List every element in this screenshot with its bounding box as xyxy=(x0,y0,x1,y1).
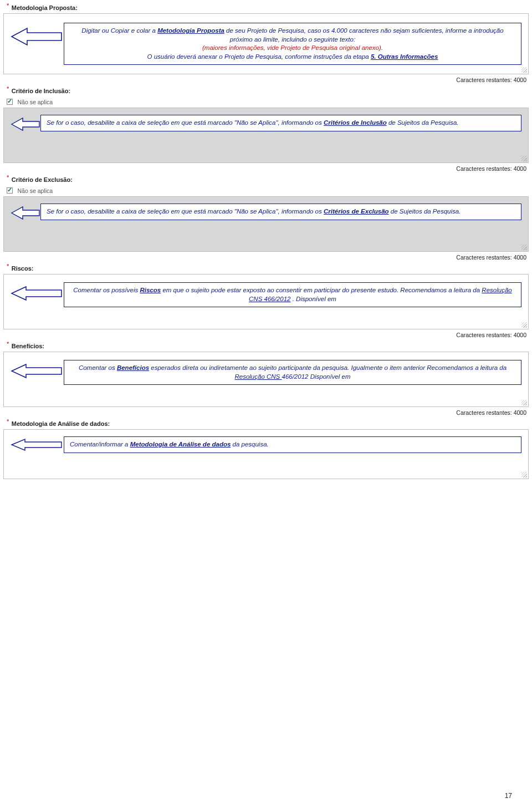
field-label-row: * Benefícios: xyxy=(7,340,529,350)
char-counter: Caracteres restantes: 4000 xyxy=(3,165,526,172)
field-label-row: * Riscos: xyxy=(7,263,529,273)
resize-grip-icon xyxy=(521,156,527,161)
note-text: . Disponível em xyxy=(293,296,336,302)
field-label-row: * Metodologia Proposta: xyxy=(7,2,529,12)
char-counter: Caracteres restantes: 4000 xyxy=(3,77,526,83)
label-metodologia-analise: Metodologia de Análise de dados: xyxy=(12,420,110,427)
callout-riscos: Comentar os possíveis Riscos em que o su… xyxy=(11,282,521,307)
svg-marker-2 xyxy=(12,207,39,219)
note-text-underline: Riscos xyxy=(140,287,161,293)
note-box: Comentar os possíveis Riscos em que o su… xyxy=(64,282,521,307)
arrow-left-icon xyxy=(11,115,40,134)
checkbox-label: Não se aplica xyxy=(17,187,53,194)
note-text-underline: Benefícios xyxy=(117,364,149,371)
section-criterio-inclusao: * Critério de Inclusão: Não se aplica Se… xyxy=(3,85,529,172)
note-text: da pesquisa. xyxy=(233,441,269,448)
note-text: em que o sujeito pode estar exposto ao c… xyxy=(162,287,482,293)
note-box: Digitar ou Copiar e colar a Metodologia … xyxy=(64,23,521,65)
section-riscos: * Riscos: Comentar os possíveis Riscos e… xyxy=(3,263,529,338)
label-criterio-inclusao: Critério de Inclusão: xyxy=(12,88,70,94)
label-criterio-exclusao: Critério de Exclusão: xyxy=(12,176,73,183)
note-box: Comentar os Benefícios esperados direta … xyxy=(64,360,521,385)
textarea-metodologia-analise[interactable]: Comentar/informar a Metodologia de Análi… xyxy=(3,429,529,479)
resize-grip-icon[interactable] xyxy=(521,322,527,328)
textarea-metodologia-proposta[interactable]: Digitar ou Copiar e colar a Metodologia … xyxy=(3,13,529,74)
section-metodologia-analise: * Metodologia de Análise de dados: Comen… xyxy=(3,418,529,479)
note-box: Se for o caso, desabilite a caixa de sel… xyxy=(40,115,521,131)
checkbox-nao-se-aplica-inclusao[interactable] xyxy=(7,99,13,105)
char-counter: Caracteres restantes: 4000 xyxy=(3,332,526,338)
note-text-underline: Metodologia Proposta xyxy=(157,27,224,34)
note-text-underline: 5. Outras Informações xyxy=(371,53,438,60)
note-text-underline: Critérios de Exclusão xyxy=(324,208,389,215)
callout-metodologia-proposta: Digitar ou Copiar e colar a Metodologia … xyxy=(11,23,521,65)
section-metodologia-proposta: * Metodologia Proposta: Digitar ou Copia… xyxy=(3,2,529,83)
note-text: O usuário deverá anexar o Projeto de Pes… xyxy=(147,53,371,60)
note-box: Se for o caso, desabilite a caixa de sel… xyxy=(40,204,521,220)
textarea-beneficios[interactable]: Comentar os Benefícios esperados direta … xyxy=(3,352,529,407)
callout-beneficios: Comentar os Benefícios esperados direta … xyxy=(11,360,521,385)
callout-metodologia-analise: Comentar/informar a Metodologia de Análi… xyxy=(11,436,521,453)
field-label-row: * Critério de Inclusão: xyxy=(7,85,529,95)
svg-marker-0 xyxy=(12,28,62,45)
required-asterisk: * xyxy=(7,85,9,92)
callout-criterio-exclusao: Se for o caso, desabilite a caixa de sel… xyxy=(11,204,521,222)
note-text: de seu Projeto de Pesquisa, caso os 4.00… xyxy=(226,27,504,43)
note-text: Se for o caso, desabilite a caixa de sel… xyxy=(47,119,324,126)
note-text-red: (maiores informações, vide Projeto de Pe… xyxy=(202,44,383,51)
svg-marker-4 xyxy=(12,364,62,378)
checkbox-row: Não se aplica xyxy=(7,96,529,106)
note-box: Comentar/informar a Metodologia de Análi… xyxy=(64,436,521,453)
resize-grip-icon xyxy=(521,245,527,250)
note-text: Comentar os possíveis xyxy=(73,287,140,293)
resize-grip-icon[interactable] xyxy=(521,400,527,405)
label-metodologia-proposta: Metodologia Proposta: xyxy=(12,4,78,11)
note-text: Comentar/informar a xyxy=(70,441,130,448)
arrow-left-icon xyxy=(11,436,64,453)
textarea-criterio-inclusao: Se for o caso, desabilite a caixa de sel… xyxy=(3,108,529,163)
page-number: 17 xyxy=(505,792,512,800)
note-text: Comentar os xyxy=(79,364,117,371)
required-asterisk: * xyxy=(7,263,9,270)
note-text-underline: Metodologia de Análise de dados xyxy=(130,441,231,448)
resize-grip-icon[interactable] xyxy=(521,67,527,73)
checkbox-row: Não se aplica xyxy=(7,185,529,195)
arrow-left-icon xyxy=(11,23,64,50)
svg-marker-1 xyxy=(12,118,39,130)
callout-criterio-inclusao: Se for o caso, desabilite a caixa de sel… xyxy=(11,115,521,134)
arrow-left-icon xyxy=(11,282,64,304)
textarea-criterio-exclusao: Se for o caso, desabilite a caixa de sel… xyxy=(3,196,529,252)
note-text: Digitar ou Copiar e colar a xyxy=(81,27,157,34)
required-asterisk: * xyxy=(7,340,9,347)
note-text: de Sujeitos da Pesquisa. xyxy=(388,119,459,126)
char-counter: Caracteres restantes: 4000 xyxy=(3,254,526,261)
svg-marker-5 xyxy=(12,439,62,450)
label-riscos: Riscos: xyxy=(12,265,34,272)
note-text: esperados direta ou indiretamente ao suj… xyxy=(151,364,507,371)
label-beneficios: Benefícios: xyxy=(12,343,44,349)
note-text-underline: Resolução CNS xyxy=(234,373,282,380)
required-asterisk: * xyxy=(7,418,9,425)
required-asterisk: * xyxy=(7,174,9,181)
resize-grip-icon[interactable] xyxy=(521,472,527,477)
checkbox-label: Não se aplica xyxy=(17,99,53,105)
section-beneficios: * Benefícios: Comentar os Benefícios esp… xyxy=(3,340,529,416)
arrow-left-icon xyxy=(11,360,64,382)
field-label-row: * Critério de Exclusão: xyxy=(7,174,529,184)
note-text: de Sujeitos da Pesquisa. xyxy=(391,208,461,215)
char-counter: Caracteres restantes: 4000 xyxy=(3,409,526,416)
section-criterio-exclusao: * Critério de Exclusão: Não se aplica Se… xyxy=(3,174,529,261)
required-asterisk: * xyxy=(7,2,9,9)
svg-marker-3 xyxy=(12,287,62,300)
field-label-row: * Metodologia de Análise de dados: xyxy=(7,418,529,428)
note-text-underline: Critérios de Inclusão xyxy=(324,119,387,126)
checkbox-nao-se-aplica-exclusao[interactable] xyxy=(7,187,13,194)
note-text: Se for o caso, desabilite a caixa de sel… xyxy=(47,208,324,215)
arrow-left-icon xyxy=(11,204,40,222)
textarea-riscos[interactable]: Comentar os possíveis Riscos em que o su… xyxy=(3,274,529,329)
note-text: 466/2012 Disponível em xyxy=(282,373,350,380)
